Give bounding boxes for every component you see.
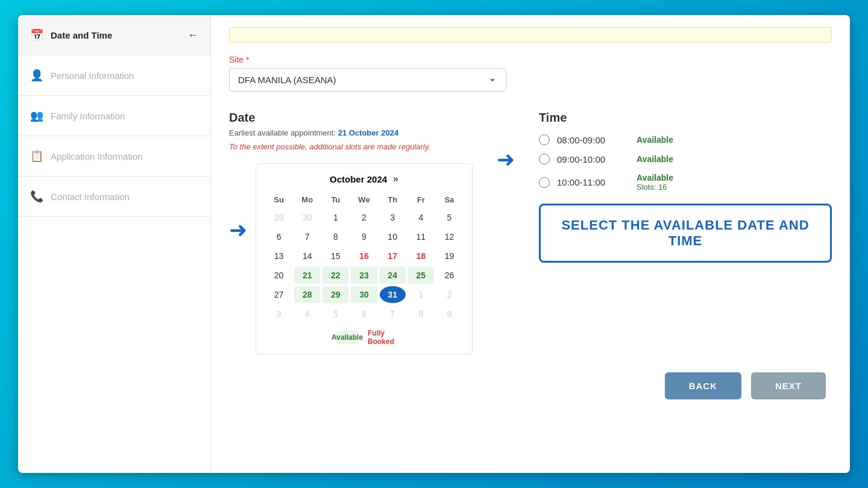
sidebar-icon-application-info: 📋 <box>30 149 43 163</box>
calendar-grid: SuMoTuWeThFrSa29301234567891011121314151… <box>266 193 462 322</box>
calendar-day: 1 <box>408 286 434 303</box>
time-slot[interactable]: 10:00-11:00 Available Slots: 16 <box>539 173 832 192</box>
top-bar <box>229 27 832 43</box>
calendar-day[interactable]: 6 <box>266 228 292 245</box>
time-status-1: Available <box>637 154 673 164</box>
earliest-appointment: Earliest available appointment: 21 Octob… <box>229 128 473 137</box>
legend-fully-booked-box: Fully Booked <box>370 331 392 344</box>
calendar-day[interactable]: 14 <box>294 248 320 264</box>
calendar-day[interactable]: 8 <box>322 228 348 245</box>
time-label-1: 09:00-10:00 <box>557 154 629 164</box>
calendar[interactable]: October 2024 » SuMoTuWeThFrSa29301234567… <box>256 163 473 354</box>
sidebar-icon-family-info: 👥 <box>30 109 43 122</box>
calendar-day: 2 <box>436 286 462 303</box>
time-section: Time 08:00-09:00 Available 09:00-10:00 A… <box>539 111 832 263</box>
earliest-label: Earliest available appointment: <box>229 128 336 137</box>
sidebar-item-contact-info[interactable]: 📞 Contact Information <box>18 177 210 217</box>
date-section: Date Earliest available appointment: 21 … <box>229 111 473 354</box>
earliest-date: 21 October 2024 <box>338 128 398 137</box>
sidebar-item-date-time[interactable]: 📅 Date and Time ← <box>18 15 210 55</box>
calendar-day[interactable]: 17 <box>380 248 406 264</box>
calendar-day[interactable]: 22 <box>322 267 348 284</box>
back-button[interactable]: BACK <box>665 372 741 399</box>
legend-available: Available <box>336 331 358 344</box>
calendar-day: 3 <box>266 305 292 322</box>
calendar-day[interactable]: 25 <box>408 267 434 284</box>
calendar-day[interactable]: 15 <box>322 248 348 264</box>
calendar-day: 30 <box>294 209 320 226</box>
calendar-day[interactable]: 3 <box>380 209 406 226</box>
sidebar-arrow: ← <box>187 29 198 42</box>
cal-day-header: We <box>351 193 377 207</box>
select-banner-text: SELECT THE AVAILABLE DATE AND TIME <box>559 217 812 249</box>
calendar-day: 8 <box>408 305 434 322</box>
sidebar-item-application-info[interactable]: 📋 Application Information <box>18 136 210 177</box>
calendar-day[interactable]: 31 <box>380 286 406 303</box>
calendar-next-nav[interactable]: » <box>393 174 398 184</box>
calendar-day[interactable]: 13 <box>266 248 292 264</box>
main-content: Site * DFA MANILA (ASEANA) Date Earliest… <box>211 15 850 473</box>
cal-day-header: Fr <box>408 193 434 207</box>
legend-fully-booked: Fully Booked <box>370 331 392 344</box>
cal-day-header: Su <box>266 193 292 207</box>
site-label-text: Site <box>229 55 244 64</box>
time-label-2: 10:00-11:00 <box>557 177 629 187</box>
date-to-time-arrow: ➜ <box>497 147 515 172</box>
time-slot[interactable]: 09:00-10:00 Available <box>539 154 832 164</box>
calendar-day[interactable]: 24 <box>380 267 406 284</box>
calendar-header: October 2024 » <box>266 174 462 184</box>
calendar-month-year: October 2024 <box>330 174 387 184</box>
calendar-day[interactable]: 2 <box>351 209 377 226</box>
sidebar-icon-date-time: 📅 <box>30 28 43 42</box>
sidebar-item-personal-info[interactable]: 👤 Personal Information <box>18 55 210 96</box>
sidebar-label-contact-info: Contact Information <box>51 192 130 202</box>
calendar-day[interactable]: 16 <box>351 248 377 264</box>
calendar-day[interactable]: 18 <box>408 248 434 264</box>
calendar-day: 4 <box>294 305 320 322</box>
calendar-day[interactable]: 7 <box>294 228 320 245</box>
calendar-day: 5 <box>322 305 348 322</box>
action-row: BACK NEXT <box>229 372 832 399</box>
time-radio-0[interactable] <box>539 134 550 145</box>
sidebar-item-family-info[interactable]: 👥 Family Information <box>18 96 210 136</box>
cal-day-header: Th <box>380 193 406 207</box>
calendar-day[interactable]: 9 <box>351 228 377 245</box>
select-banner: SELECT THE AVAILABLE DATE AND TIME <box>539 204 832 263</box>
legend-available-box: Available <box>336 331 358 344</box>
site-required-marker: * <box>246 55 249 64</box>
calendar-day[interactable]: 27 <box>266 286 292 303</box>
time-radio-2[interactable] <box>539 177 550 188</box>
calendar-day[interactable]: 5 <box>436 209 462 226</box>
calendar-day[interactable]: 20 <box>266 267 292 284</box>
time-status-2: Available Slots: 16 <box>637 173 673 192</box>
calendar-day[interactable]: 30 <box>351 286 377 303</box>
sidebar-icon-contact-info: 📞 <box>30 190 43 203</box>
calendar-day[interactable]: 12 <box>436 228 462 245</box>
calendar-day: 29 <box>266 209 292 226</box>
calendar-day[interactable]: 28 <box>294 286 320 303</box>
calendar-day[interactable]: 10 <box>380 228 406 245</box>
calendar-day[interactable]: 11 <box>408 228 434 245</box>
date-time-row: Date Earliest available appointment: 21 … <box>229 111 832 354</box>
calendar-day[interactable]: 29 <box>322 286 348 303</box>
calendar-day[interactable]: 1 <box>322 209 348 226</box>
site-select[interactable]: DFA MANILA (ASEANA) <box>229 68 506 92</box>
next-button[interactable]: NEXT <box>751 372 826 399</box>
sidebar-icon-personal-info: 👤 <box>30 69 43 82</box>
cal-day-header: Mo <box>294 193 320 207</box>
site-label: Site * <box>229 55 832 64</box>
sidebar-label-personal-info: Personal Information <box>51 70 134 81</box>
time-heading: Time <box>539 111 832 125</box>
calendar-day[interactable]: 19 <box>436 248 462 264</box>
time-radio-1[interactable] <box>539 154 550 164</box>
calendar-day[interactable]: 21 <box>294 267 320 284</box>
cal-day-header: Sa <box>436 193 462 207</box>
calendar-day[interactable]: 26 <box>436 267 462 284</box>
time-slot[interactable]: 08:00-09:00 Available <box>539 134 832 145</box>
calendar-day[interactable]: 23 <box>351 267 377 284</box>
time-slots-container: 08:00-09:00 Available 09:00-10:00 Availa… <box>539 134 832 192</box>
calendar-day: 6 <box>351 305 377 322</box>
calendar-day[interactable]: 4 <box>408 209 434 226</box>
sidebar-label-application-info: Application Information <box>51 151 143 161</box>
date-heading: Date <box>229 111 473 125</box>
